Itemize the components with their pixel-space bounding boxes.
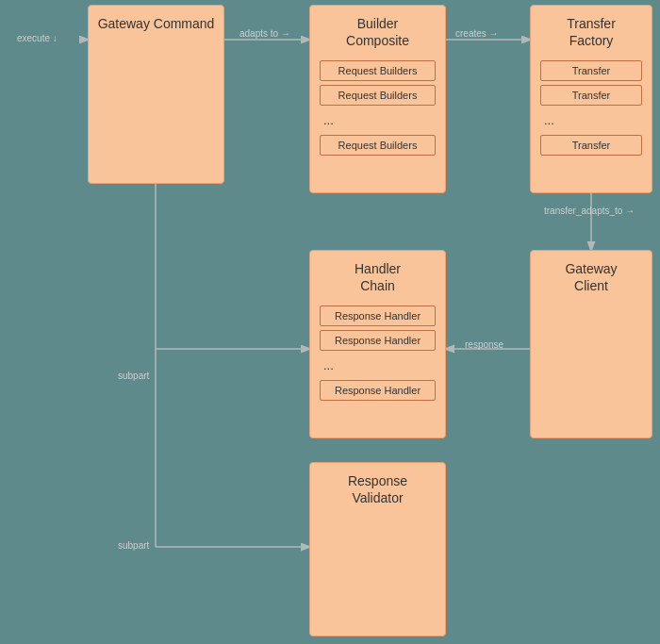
response-handler-2: Response Handler: [320, 330, 436, 351]
handler-chain-title: HandlerChain: [310, 251, 445, 302]
request-builders-2: Request Builders: [320, 85, 436, 106]
builder-composite-box: BuilderComposite Request Builders Reques…: [309, 5, 446, 193]
subpart-label: subpart: [118, 371, 149, 381]
response-label: response: [465, 339, 503, 350]
handler-chain-box: HandlerChain Response Handler Response H…: [309, 250, 446, 438]
transfer-1: Transfer: [540, 60, 642, 81]
handler-dots: ...: [310, 355, 445, 376]
diagram-container: execute ↓ adapts to → creates → transfer…: [0, 0, 660, 644]
execute-label: execute ↓: [17, 33, 58, 43]
creates-label: creates →: [455, 28, 499, 39]
subpart2-label: subpart: [118, 540, 149, 551]
gateway-command-title: Gateway Command: [89, 6, 223, 40]
response-handler-3: Response Handler: [320, 380, 436, 401]
gateway-command-box: Gateway Command: [88, 5, 224, 184]
request-builders-3: Request Builders: [320, 135, 436, 156]
gateway-client-box: GatewayClient: [530, 250, 652, 438]
transfer-adapts-label: transfer_adapts_to →: [544, 206, 635, 216]
request-builders-1: Request Builders: [320, 60, 436, 81]
builder-composite-title: BuilderComposite: [310, 6, 445, 57]
transfer-factory-title: TransferFactory: [531, 6, 652, 57]
response-validator-box: ResponseValidator: [309, 462, 446, 636]
adapts-to-label: adapts to →: [239, 28, 290, 39]
gateway-client-title: GatewayClient: [531, 251, 652, 302]
response-validator-title: ResponseValidator: [310, 463, 445, 514]
response-handler-1: Response Handler: [320, 305, 436, 326]
transfer-3: Transfer: [540, 135, 642, 156]
transfer-dots: ...: [531, 109, 652, 131]
transfer-2: Transfer: [540, 85, 642, 106]
transfer-factory-box: TransferFactory Transfer Transfer ... Tr…: [530, 5, 652, 193]
builder-dots: ...: [310, 109, 445, 131]
